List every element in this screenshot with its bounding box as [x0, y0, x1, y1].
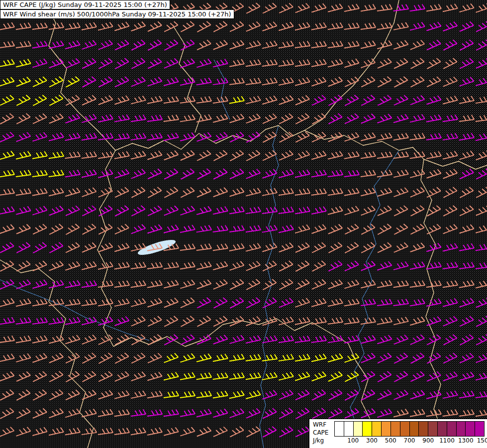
- wind-barb: [392, 390, 408, 400]
- wind-barb: [162, 334, 179, 345]
- wind-barb: [442, 21, 458, 31]
- wind-barb: [180, 427, 195, 436]
- wind-barb: [408, 224, 425, 234]
- wind-barb: [475, 58, 487, 68]
- wind-barb: [344, 280, 359, 289]
- wind-barb: [49, 151, 64, 159]
- wind-barb: [97, 187, 113, 197]
- wind-barb: [195, 279, 211, 289]
- wind-barb: [81, 261, 97, 270]
- wind-barb: [458, 334, 474, 345]
- wind-barb: [245, 21, 261, 31]
- wind-barb: [213, 372, 228, 380]
- wind-barb: [295, 40, 310, 49]
- wind-barb: [262, 59, 278, 67]
- wind-barb: [278, 390, 293, 400]
- wind-barb: [196, 59, 211, 68]
- wind-barb: [377, 188, 392, 196]
- wind-barb: [147, 428, 162, 435]
- wind-barb: [344, 188, 359, 196]
- wind-barb: [393, 132, 409, 140]
- wind-barb: [80, 370, 97, 381]
- wind-barb: [458, 186, 474, 198]
- wind-barb: [196, 262, 211, 269]
- wind-barb: [97, 22, 113, 30]
- wind-barb: [376, 242, 392, 253]
- wind-barb: [131, 151, 146, 159]
- wind-barb: [213, 224, 228, 233]
- wind-barb: [65, 317, 80, 325]
- wind-barb: [64, 223, 80, 234]
- wind-barb: [147, 280, 162, 288]
- wind-barb: [114, 96, 129, 105]
- wind-barb: [113, 39, 130, 50]
- wind-barb: [261, 131, 277, 142]
- wind-barb: [229, 391, 244, 398]
- wind-barb: [97, 95, 113, 105]
- wind-barb: [0, 151, 14, 159]
- wind-barb: [15, 132, 31, 142]
- wind-barb: [211, 20, 228, 31]
- wind-barb: [80, 352, 97, 363]
- wind-barb: [48, 352, 64, 362]
- wind-barb: [65, 170, 80, 178]
- wind-barb: [0, 170, 14, 178]
- wind-barb: [443, 391, 458, 398]
- legend-swatch: [335, 422, 344, 436]
- wind-barb: [16, 59, 31, 67]
- wind-barb: [164, 114, 179, 122]
- wind-barb: [196, 372, 212, 380]
- wind-barb: [31, 76, 48, 87]
- wind-barb: [49, 188, 64, 196]
- wind-barb: [328, 188, 343, 196]
- wind-barb: [81, 390, 97, 400]
- wind-barb: [476, 280, 487, 288]
- wind-barb: [162, 315, 179, 326]
- wind-barb: [360, 335, 376, 343]
- wind-barb: [361, 151, 376, 159]
- wind-barb: [475, 205, 487, 215]
- wind-barb: [0, 188, 15, 196]
- wind-barb: [410, 3, 425, 12]
- legend-tick-label: 1500: [477, 437, 487, 444]
- wind-barb: [228, 316, 244, 326]
- wind-barb: [343, 389, 359, 400]
- wind-barb: [410, 409, 425, 417]
- wind-barb: [246, 336, 261, 343]
- wind-barb: [16, 151, 31, 159]
- wind-barb: [228, 297, 244, 308]
- wind-barb: [475, 3, 487, 12]
- wind-barb: [443, 409, 458, 417]
- wind-barb: [377, 261, 392, 270]
- wind-barb: [359, 241, 376, 252]
- wind-barb: [279, 188, 294, 196]
- wind-barb: [360, 352, 376, 362]
- wind-barb: [32, 132, 47, 141]
- wind-barb: [129, 39, 146, 50]
- wind-barb: [458, 21, 474, 31]
- wind-barb: [426, 280, 442, 288]
- wind-barb: [147, 114, 163, 122]
- wind-barb: [195, 150, 212, 161]
- wind-barb: [32, 299, 47, 307]
- wind-barb: [213, 77, 228, 86]
- wind-barb: [343, 241, 359, 253]
- wind-barb: [392, 95, 408, 105]
- wind-barb: [344, 59, 359, 68]
- wind-barb: [294, 150, 310, 160]
- wind-barb: [376, 370, 392, 382]
- wind-barb: [47, 94, 64, 106]
- wind-barb: [442, 371, 458, 381]
- wind-barb: [344, 317, 360, 325]
- legend-tick-row: 100300500700900110013001500: [334, 437, 485, 446]
- wind-barb: [98, 114, 113, 122]
- wind-barb: [32, 427, 47, 436]
- wind-barb: [294, 77, 310, 86]
- wind-barb: [114, 132, 130, 141]
- wind-barb: [212, 131, 228, 141]
- wind-barb: [97, 352, 113, 363]
- wind-barb: [343, 224, 360, 234]
- wind-barb: [48, 113, 64, 123]
- wind-barb: [97, 57, 113, 68]
- wind-barb: [443, 261, 458, 270]
